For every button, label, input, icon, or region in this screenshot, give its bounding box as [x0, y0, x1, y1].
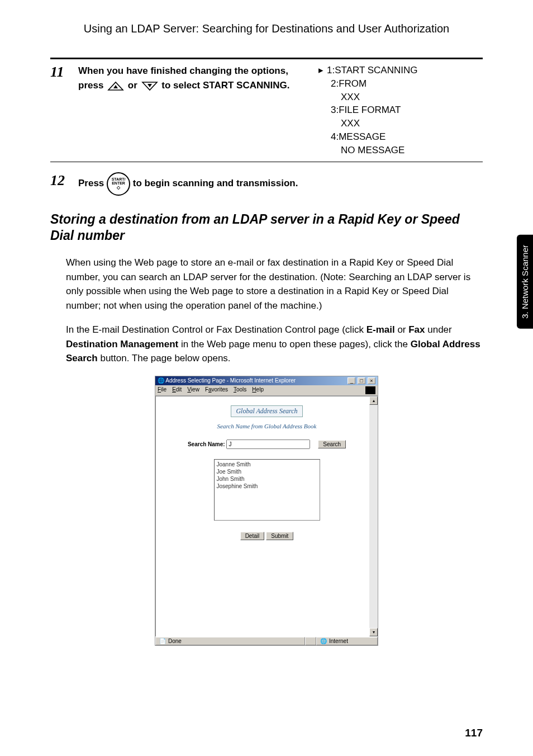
- text: or: [395, 324, 409, 335]
- scroll-track[interactable]: [369, 405, 378, 628]
- down-arrow-key-icon: [141, 81, 158, 91]
- heading-text: Global Address Search: [231, 405, 302, 417]
- step-instruction: When you have finished changing the opti…: [78, 64, 304, 157]
- window-title: 🌐 Address Selecting Page - Microsoft Int…: [158, 377, 296, 384]
- ie-icon: 🌐: [158, 377, 164, 384]
- title-text: Address Selecting Page - Microsoft Inter…: [165, 377, 296, 384]
- text: or: [128, 80, 140, 91]
- page-heading: Global Address Search: [172, 405, 362, 417]
- display-line: XXX: [318, 117, 483, 130]
- close-button[interactable]: ×: [368, 377, 375, 384]
- done-icon: 📄: [159, 638, 166, 644]
- internet-icon: 🌐: [320, 638, 327, 644]
- scroll-up-button[interactable]: ▴: [369, 396, 378, 405]
- svg-marker-1: [113, 85, 118, 88]
- text: in the Web page menu to open these pages…: [178, 339, 411, 349]
- scroll-down-button[interactable]: ▾: [369, 628, 378, 636]
- menu-tools[interactable]: Tools: [234, 386, 246, 394]
- menubar: File Edit View Favorites Tools Help: [155, 385, 378, 396]
- bold-text: E-mail: [367, 324, 395, 335]
- window-titlebar: 🌐 Address Selecting Page - Microsoft Int…: [155, 376, 378, 385]
- start-enter-key-icon: START/ ENTER ◇: [107, 172, 130, 196]
- results-listbox[interactable]: Joanne Smith Joe Smith John Smith Joseph…: [214, 459, 320, 521]
- menu-favorites[interactable]: Favorites: [205, 386, 228, 394]
- step-11: 11 When you have finished changing the o…: [50, 64, 483, 157]
- status-bar: 📄 Done 🌐 Internet: [155, 636, 378, 645]
- svg-marker-3: [147, 84, 152, 87]
- section-heading: Storing a destination from an LDAP serve…: [50, 211, 483, 245]
- step-number: 12: [50, 172, 72, 189]
- key-label-top: START/: [112, 177, 126, 181]
- text: to begin scanning and transmission.: [133, 178, 298, 188]
- page-number: 117: [465, 727, 483, 739]
- menu-view[interactable]: View: [187, 386, 199, 394]
- key-label-mid: ENTER: [112, 181, 125, 185]
- status-zone: 🌐 Internet: [316, 637, 378, 645]
- divider: [50, 162, 483, 162]
- display-line: 2:FROM: [318, 77, 483, 91]
- paragraph: In the E-mail Destination Control or Fax…: [66, 323, 483, 366]
- text: In the E-mail Destination Control or Fax…: [66, 324, 367, 335]
- text: to select START SCANNING.: [161, 80, 289, 91]
- divider: [50, 58, 483, 59]
- page-subheading: Search Name from Global Address Book: [172, 423, 362, 429]
- search-input[interactable]: [226, 440, 310, 449]
- list-item[interactable]: Joanne Smith: [217, 461, 317, 468]
- list-item[interactable]: Joe Smith: [217, 468, 317, 475]
- bold-text: Destination Management: [66, 339, 178, 349]
- ie-throbber-icon: [365, 386, 375, 394]
- text: button. The page below opens.: [98, 353, 231, 363]
- status-text: Done: [168, 638, 182, 644]
- status-cell: [305, 637, 316, 645]
- display-line: 3:FILE FORMAT: [318, 103, 483, 117]
- chapter-tab: 3. Network Scanner: [517, 235, 533, 329]
- detail-button[interactable]: Detail: [240, 532, 265, 540]
- diamond-icon: ◇: [117, 186, 120, 190]
- text: under: [425, 324, 452, 335]
- step-number: 11: [50, 64, 72, 81]
- bold-text: Fax: [408, 324, 425, 335]
- paragraph: When using the Web page to store an e-ma…: [66, 256, 483, 313]
- status-done: 📄 Done: [155, 637, 305, 645]
- lcd-display: 1:START SCANNING 2:FROM XXX 3:FILE FORMA…: [315, 64, 483, 157]
- menu-help[interactable]: Help: [252, 386, 264, 394]
- browser-screenshot: 🌐 Address Selecting Page - Microsoft Int…: [155, 376, 378, 646]
- display-line: XXX: [318, 91, 483, 104]
- search-label: Search Name:: [188, 441, 225, 447]
- display-line: 4:MESSAGE: [318, 130, 483, 144]
- submit-button[interactable]: Submit: [266, 532, 293, 540]
- vertical-scrollbar[interactable]: ▴ ▾: [369, 396, 378, 636]
- menu-edit[interactable]: Edit: [172, 386, 182, 394]
- text: Press: [78, 178, 107, 188]
- display-line: NO MESSAGE: [318, 144, 483, 157]
- step-instruction: Press START/ ENTER ◇ to begin scanning a…: [78, 172, 483, 196]
- maximize-button[interactable]: □: [358, 377, 365, 384]
- menu-file[interactable]: File: [158, 386, 166, 394]
- search-button[interactable]: Search: [318, 440, 346, 448]
- page-header: Using an LDAP Server: Searching for Dest…: [50, 22, 483, 35]
- list-item[interactable]: Josephine Smith: [217, 483, 317, 490]
- step-12: 12 Press START/ ENTER ◇ to begin scannin…: [50, 172, 483, 196]
- zone-text: Internet: [329, 638, 348, 644]
- browser-content: ▴ ▾ Global Address Search Search Name fr…: [155, 396, 378, 636]
- minimize-button[interactable]: _: [348, 377, 355, 384]
- list-item[interactable]: John Smith: [217, 475, 317, 483]
- display-line: 1:START SCANNING: [318, 64, 483, 77]
- up-arrow-key-icon: [107, 81, 124, 91]
